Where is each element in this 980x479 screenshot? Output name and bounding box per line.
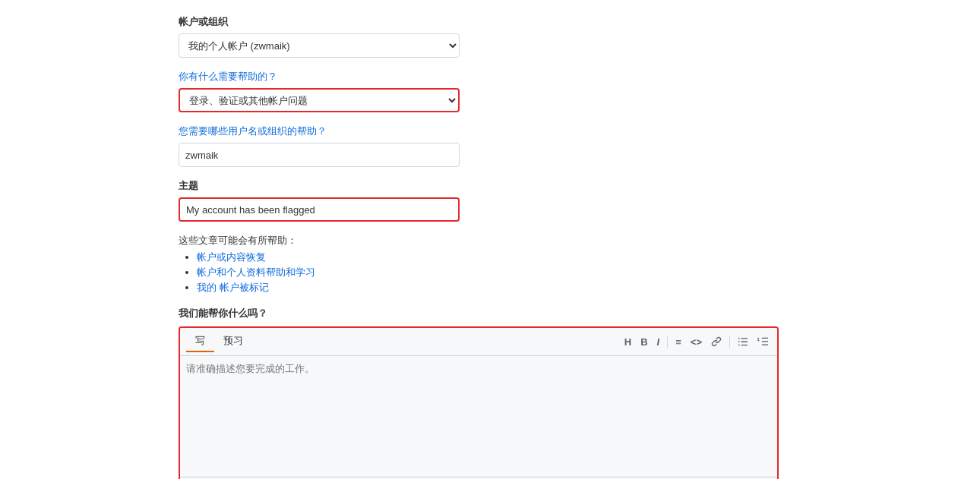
account-org-select[interactable]: 我的个人帐户 (zwmaik) bbox=[179, 33, 460, 58]
subject-label: 主题 bbox=[179, 179, 801, 193]
articles-section: 这些文章可能会有所帮助： 帐户或内容恢复 帐户和个人资料帮助和学习 我的 帐户被… bbox=[179, 234, 801, 295]
editor-body[interactable] bbox=[180, 356, 777, 477]
help-body-section: 我们能帮你什么吗？ 写 预习 H B I ≡ <> bbox=[179, 307, 801, 479]
toolbar-sep-1 bbox=[667, 336, 668, 348]
toolbar-link-button[interactable] bbox=[708, 335, 725, 348]
editor-wrapper: 写 预习 H B I ≡ <> bbox=[179, 326, 779, 479]
username-section: 您需要哪些用户名或组织的帮助？ zwmaik bbox=[179, 124, 801, 167]
tab-preview[interactable]: 预习 bbox=[214, 331, 252, 352]
editor-textarea[interactable] bbox=[186, 362, 771, 468]
editor-toolbar: 写 预习 H B I ≡ <> bbox=[180, 328, 777, 356]
username-input[interactable]: zwmaik bbox=[179, 143, 460, 167]
toolbar-icons: H B I ≡ <> bbox=[621, 335, 771, 349]
toolbar-b-button[interactable]: B bbox=[637, 335, 650, 349]
account-org-label: 帐户或组织 bbox=[179, 15, 801, 29]
help-type-label: 你有什么需要帮助的？ bbox=[179, 70, 801, 84]
toolbar-ol-button[interactable] bbox=[754, 335, 771, 348]
subject-section: 主题 bbox=[179, 179, 801, 222]
help-type-section: 你有什么需要帮助的？ 登录、验证或其他帐户问题 bbox=[179, 70, 801, 112]
articles-hint: 这些文章可能会有所帮助： bbox=[179, 234, 801, 247]
toolbar-code-button[interactable]: <> bbox=[688, 335, 705, 349]
toolbar-sep-2 bbox=[729, 336, 730, 348]
toolbar-h-button[interactable]: H bbox=[621, 335, 634, 349]
article-link-3[interactable]: 我的 帐户被标记 bbox=[197, 282, 269, 293]
account-org-section: 帐户或组织 我的个人帐户 (zwmaik) bbox=[179, 15, 801, 58]
toolbar-ul-button[interactable] bbox=[735, 335, 751, 348]
article-link-1[interactable]: 帐户或内容恢复 bbox=[197, 251, 266, 263]
tab-write[interactable]: 写 bbox=[186, 331, 214, 352]
page-container: 帐户或组织 我的个人帐户 (zwmaik) 你有什么需要帮助的？ 登录、验证或其… bbox=[148, 0, 832, 479]
list-item: 我的 帐户被标记 bbox=[197, 281, 801, 295]
help-type-select[interactable]: 登录、验证或其他帐户问题 bbox=[179, 88, 460, 112]
articles-list: 帐户或内容恢复 帐户和个人资料帮助和学习 我的 帐户被标记 bbox=[179, 251, 801, 295]
username-label: 您需要哪些用户名或组织的帮助？ bbox=[179, 124, 801, 138]
list-item: 帐户和个人资料帮助和学习 bbox=[197, 266, 801, 279]
subject-input[interactable] bbox=[179, 197, 460, 222]
toolbar-i-button[interactable]: I bbox=[654, 335, 663, 349]
list-item: 帐户或内容恢复 bbox=[197, 251, 801, 264]
help-section-title: 我们能帮你什么吗？ bbox=[179, 307, 801, 320]
toolbar-quote-button[interactable]: ≡ bbox=[672, 335, 684, 349]
article-link-2[interactable]: 帐户和个人资料帮助和学习 bbox=[197, 266, 315, 278]
